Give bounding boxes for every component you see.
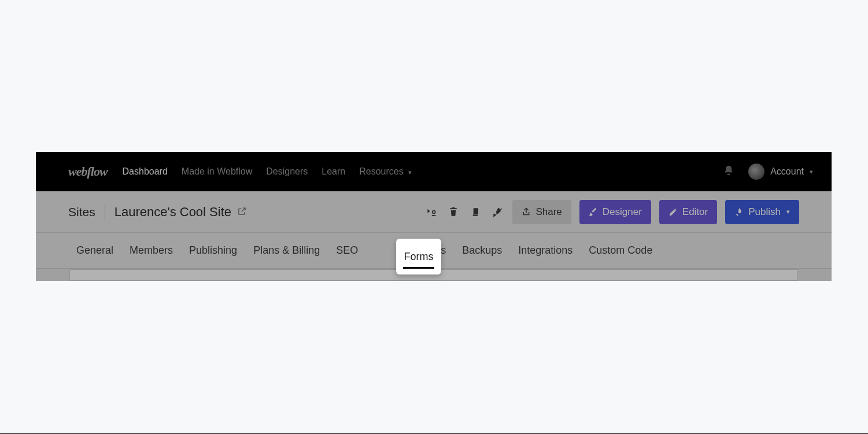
topbar-right: Account ▾ bbox=[723, 164, 813, 180]
tab-backups[interactable]: Backups bbox=[462, 234, 502, 267]
nav-learn[interactable]: Learn bbox=[322, 166, 345, 177]
site-name-text: Laurence's Cool Site bbox=[114, 205, 231, 220]
rocket-icon bbox=[734, 207, 744, 217]
chevron-down-icon: ▾ bbox=[786, 208, 790, 216]
site-name: Laurence's Cool Site bbox=[114, 205, 247, 220]
transfer-site-button[interactable] bbox=[424, 205, 438, 219]
nav-designers[interactable]: Designers bbox=[266, 166, 308, 177]
external-link-button[interactable] bbox=[237, 205, 247, 220]
share-icon bbox=[522, 207, 531, 217]
nav-made-in-webflow[interactable]: Made in Webflow bbox=[182, 166, 252, 177]
notifications-button[interactable] bbox=[723, 165, 734, 179]
nav-resources-label: Resources bbox=[359, 166, 403, 176]
tab-forms[interactable]: Forms bbox=[396, 239, 441, 275]
nav-resources[interactable]: Resources ▾ bbox=[359, 166, 412, 177]
tab-plans-billing[interactable]: Plans & Billing bbox=[253, 234, 320, 267]
delete-site-button[interactable] bbox=[446, 205, 460, 219]
editor-button[interactable]: Editor bbox=[659, 200, 717, 224]
logo[interactable]: webflow bbox=[68, 164, 108, 179]
rocket-slash-icon bbox=[492, 206, 503, 218]
publish-button[interactable]: Publish ▾ bbox=[725, 200, 799, 224]
brush-icon bbox=[589, 207, 598, 217]
account-label: Account bbox=[770, 166, 804, 177]
tab-members[interactable]: Members bbox=[130, 234, 173, 267]
tab-custom-code[interactable]: Custom Code bbox=[589, 234, 652, 267]
chevron-down-icon: ▾ bbox=[810, 168, 813, 176]
share-label: Share bbox=[535, 206, 562, 218]
transfer-icon bbox=[426, 206, 437, 218]
copy-icon bbox=[470, 206, 481, 218]
tab-forms-label: Forms bbox=[404, 251, 434, 263]
nav-dashboard[interactable]: Dashboard bbox=[123, 166, 168, 177]
avatar bbox=[748, 164, 764, 180]
designer-label: Designer bbox=[603, 206, 642, 218]
pencil-icon bbox=[668, 207, 678, 217]
chevron-down-icon: ▾ bbox=[408, 169, 412, 176]
account-menu[interactable]: Account ▾ bbox=[748, 164, 813, 180]
topbar-nav: Dashboard Made in Webflow Designers Lear… bbox=[123, 166, 412, 177]
editor-label: Editor bbox=[682, 206, 708, 218]
share-button[interactable]: Share bbox=[512, 200, 571, 224]
tab-publishing[interactable]: Publishing bbox=[189, 234, 237, 267]
trash-icon bbox=[448, 206, 459, 218]
external-link-icon bbox=[237, 206, 247, 216]
active-tab-underline bbox=[403, 267, 434, 269]
publish-label: Publish bbox=[748, 206, 781, 218]
duplicate-site-button[interactable] bbox=[468, 205, 482, 219]
designer-button[interactable]: Designer bbox=[579, 200, 651, 224]
divider bbox=[105, 203, 105, 221]
tab-general[interactable]: General bbox=[76, 234, 113, 267]
bell-icon bbox=[723, 165, 734, 176]
topbar: webflow Dashboard Made in Webflow Design… bbox=[36, 152, 832, 191]
tab-seo[interactable]: SEO bbox=[336, 234, 358, 267]
tab-integrations[interactable]: Integrations bbox=[518, 234, 572, 267]
unpublish-button[interactable] bbox=[490, 205, 504, 219]
app-window: webflow Dashboard Made in Webflow Design… bbox=[36, 152, 832, 281]
site-header-actions: Share Designer Editor Publish ▾ bbox=[424, 200, 799, 224]
breadcrumb-root[interactable]: Sites bbox=[68, 205, 95, 219]
site-header: Sites Laurence's Cool Site Share bbox=[36, 191, 832, 233]
